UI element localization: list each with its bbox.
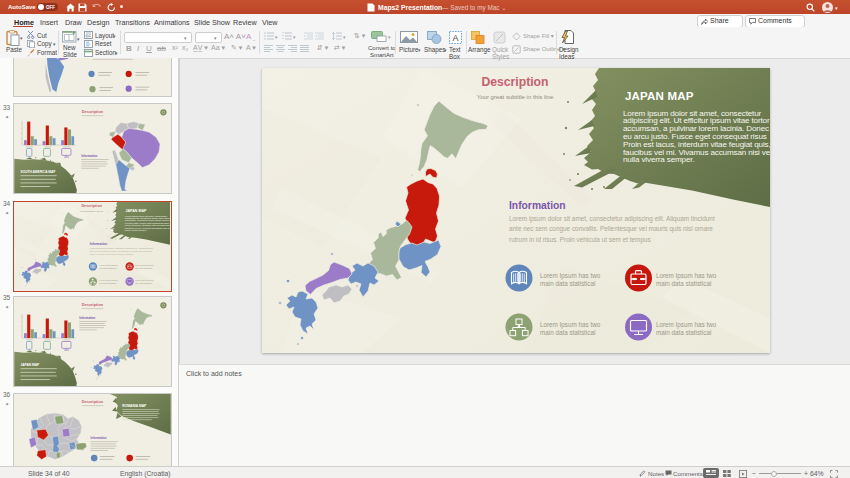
svg-text:Lorem ipsum dolor sit amet, co: Lorem ipsum dolor sit amet, consectetur … bbox=[509, 215, 715, 223]
svg-text:Description: Description bbox=[82, 109, 104, 114]
svg-text:main data statistical: main data statistical bbox=[540, 280, 595, 287]
svg-text:Lorem Ipsum has two: Lorem Ipsum has two bbox=[540, 272, 601, 280]
svg-text:main data statistical: main data statistical bbox=[656, 329, 711, 336]
svg-text:ante nec sem congue convallis.: ante nec sem congue convallis. Pellentes… bbox=[509, 225, 713, 233]
svg-text:Lorem Ipsum has two: Lorem Ipsum has two bbox=[540, 321, 601, 329]
svg-text:nulla viverra semper.: nulla viverra semper. bbox=[623, 155, 695, 164]
svg-text:rutrum in id risus. Proin vehi: rutrum in id risus. Proin vehicula ut se… bbox=[509, 236, 651, 244]
svg-text:Your great subtitle in this li: Your great subtitle in this line bbox=[477, 94, 554, 100]
svg-text:Description: Description bbox=[481, 75, 548, 89]
svg-text:ROMANIA MAP: ROMANIA MAP bbox=[122, 403, 147, 407]
svg-text:Description: Description bbox=[82, 399, 104, 404]
svg-text:SOUTH AMERICA MAP: SOUTH AMERICA MAP bbox=[21, 170, 57, 174]
svg-text:A: A bbox=[452, 32, 458, 42]
svg-text:Lorem Ipsum has two: Lorem Ipsum has two bbox=[656, 272, 717, 280]
svg-text:Lorem Ipsum has two: Lorem Ipsum has two bbox=[656, 321, 717, 329]
svg-text:main data statistical: main data statistical bbox=[540, 329, 595, 336]
svg-text:JAPAN MAP: JAPAN MAP bbox=[21, 363, 41, 367]
svg-text:Description: Description bbox=[82, 302, 104, 307]
svg-text:JAPAN MAP: JAPAN MAP bbox=[625, 90, 694, 102]
svg-text:main data statistical: main data statistical bbox=[656, 280, 711, 287]
svg-text:Information: Information bbox=[509, 200, 566, 211]
